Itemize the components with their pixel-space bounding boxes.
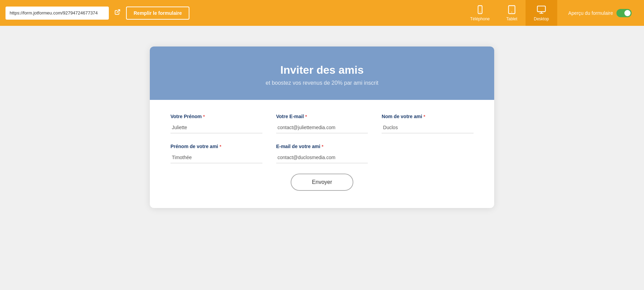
svg-rect-3: [509, 6, 515, 13]
email-ami-input[interactable]: [276, 152, 368, 163]
required-star-email: *: [305, 114, 307, 119]
topbar: Remplir le formulaire Téléphone Tablet: [0, 0, 644, 26]
svg-rect-5: [537, 6, 545, 11]
field-nom-ami: Nom de votre ami *: [382, 114, 474, 133]
form-header: Inviter des amis et boostez vos revenus …: [150, 46, 494, 100]
field-votre-email: Votre E-mail *: [276, 114, 368, 133]
required-star-prenom-ami: *: [220, 144, 221, 149]
nom-ami-input[interactable]: [382, 122, 474, 133]
required-star-prenom: *: [203, 114, 205, 119]
device-tabs: Téléphone Tablet Desktop: [462, 0, 557, 26]
svg-rect-1: [478, 6, 482, 13]
field-prenom-ami: Prénom de votre ami *: [170, 144, 262, 163]
form-subtitle: et boostez vos revenus de 20% par ami in…: [164, 80, 480, 86]
preview-section: Aperçu du formulaire: [561, 9, 638, 17]
email-ami-label: E-mail de votre ami *: [276, 144, 368, 149]
prenom-ami-label: Prénom de votre ami *: [170, 144, 262, 149]
form-row-1: Votre Prénom * Votre E-mail * Nom de vot…: [170, 114, 474, 133]
tab-telephone-label: Téléphone: [470, 17, 490, 21]
required-star-nom-ami: *: [424, 114, 425, 119]
nom-ami-label: Nom de votre ami *: [382, 114, 474, 119]
field-empty: [382, 144, 474, 163]
preview-label: Aperçu du formulaire: [568, 10, 613, 16]
prenom-ami-input[interactable]: [170, 152, 262, 163]
field-email-ami: E-mail de votre ami *: [276, 144, 368, 163]
tab-tablet-label: Tablet: [506, 17, 517, 21]
votre-email-input[interactable]: [276, 122, 368, 133]
votre-prenom-label: Votre Prénom *: [170, 114, 262, 119]
tab-desktop-label: Desktop: [534, 17, 549, 21]
svg-line-0: [117, 10, 120, 12]
tab-telephone[interactable]: Téléphone: [462, 0, 498, 26]
form-body: Votre Prénom * Votre E-mail * Nom de vot…: [150, 100, 494, 208]
submit-row: Envoyer: [170, 174, 474, 191]
form-title: Inviter des amis: [164, 64, 480, 76]
url-input[interactable]: [6, 7, 109, 20]
open-external-button[interactable]: [113, 8, 122, 18]
votre-email-label: Votre E-mail *: [276, 114, 368, 119]
required-star-email-ami: *: [322, 144, 323, 149]
field-votre-prenom: Votre Prénom *: [170, 114, 262, 133]
tab-desktop[interactable]: Desktop: [526, 0, 557, 26]
tab-tablet[interactable]: Tablet: [498, 0, 526, 26]
form-row-2: Prénom de votre ami * E-mail de votre am…: [170, 144, 474, 163]
fill-form-button[interactable]: Remplir le formulaire: [126, 7, 189, 20]
main-content: Inviter des amis et boostez vos revenus …: [0, 26, 644, 290]
votre-prenom-input[interactable]: [170, 122, 262, 133]
form-card: Inviter des amis et boostez vos revenus …: [150, 46, 494, 208]
submit-button[interactable]: Envoyer: [291, 174, 354, 191]
preview-toggle[interactable]: [616, 9, 632, 17]
